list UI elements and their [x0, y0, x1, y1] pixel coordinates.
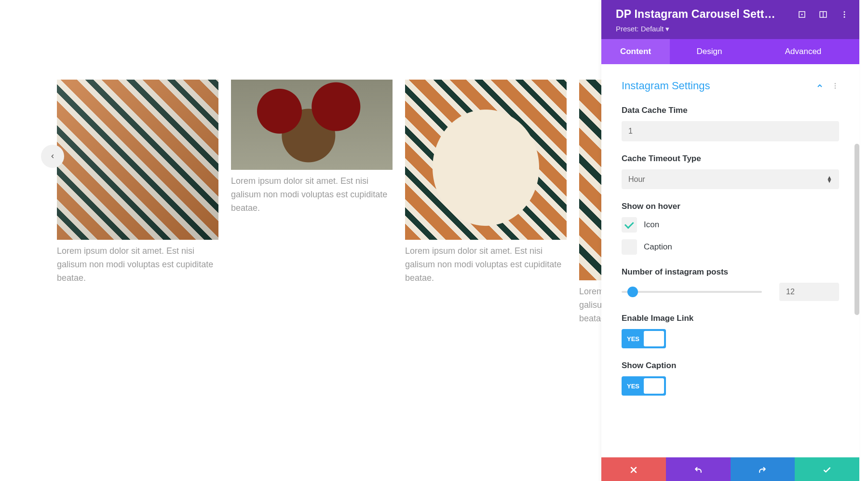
redo-icon [758, 465, 767, 475]
field-show-on-hover: Show on hover Icon Caption [622, 202, 839, 255]
svg-point-5 [844, 14, 845, 15]
svg-point-1 [801, 14, 803, 15]
panel-title: DP Instagram Carousel Sett… [616, 8, 775, 21]
svg-point-6 [844, 16, 845, 17]
caret-down-icon: ▾ [665, 25, 669, 33]
svg-point-9 [835, 87, 836, 89]
cache-timeout-type-select[interactable]: Hour [622, 169, 839, 189]
checkbox-caption-hover[interactable] [622, 239, 637, 255]
carousel-caption: Lorem ipsum dolor sit amet. Est nisi gal… [57, 245, 218, 285]
panel-footer [601, 457, 859, 481]
field-label: Cache Timeout Type [622, 154, 839, 164]
chevron-left-icon [49, 153, 56, 160]
carousel-item[interactable]: Lorem ipsum dolor sit amet. Est nisi gal… [57, 80, 218, 326]
field-cache-timeout-type: Cache Timeout Type Hour ▲▼ [622, 154, 839, 189]
checkbox-label: Icon [644, 220, 659, 230]
svg-point-7 [835, 83, 836, 84]
carousel-image[interactable] [405, 80, 567, 240]
toggle-state: YES [624, 335, 639, 343]
checkbox-icon-hover[interactable] [622, 217, 637, 233]
tab-content[interactable]: Content [601, 39, 670, 64]
toggle-knob [644, 331, 664, 346]
undo-icon [693, 465, 703, 475]
collapse-icon[interactable] [816, 82, 824, 90]
carousel-item[interactable]: Lorem ipsum dolor sit amet. Est nisi gal… [405, 80, 567, 326]
save-button[interactable] [795, 457, 859, 481]
tab-design[interactable]: Design [670, 39, 749, 64]
layout-icon[interactable] [819, 10, 827, 19]
redo-button[interactable] [731, 457, 795, 481]
scrollbar[interactable] [854, 144, 859, 315]
field-label: Data Cache Time [622, 106, 839, 115]
svg-point-8 [835, 85, 836, 87]
carousel-image[interactable] [57, 80, 218, 240]
check-icon [822, 465, 832, 475]
toggle-knob [644, 378, 664, 394]
carousel-image[interactable] [231, 80, 393, 170]
instagram-carousel: Lorem ipsum dolor sit amet. Est nisi gal… [57, 80, 611, 326]
show-caption-toggle[interactable]: YES [622, 376, 666, 396]
num-posts-slider[interactable] [622, 291, 762, 293]
field-label: Show Caption [622, 361, 839, 371]
settings-panel: DP Instagram Carousel Sett… Preset: Defa… [601, 0, 859, 481]
slider-thumb[interactable] [627, 287, 638, 297]
more-icon[interactable] [840, 10, 849, 19]
field-label: Enable Image Link [622, 314, 839, 323]
section-title: Instagram Settings [622, 80, 710, 92]
carousel-caption: Lorem ipsum dolor sit amet. Est nisi gal… [231, 175, 393, 215]
field-data-cache-time: Data Cache Time [622, 106, 839, 141]
data-cache-time-input[interactable] [622, 121, 839, 141]
carousel-prev-button[interactable] [41, 145, 64, 168]
preset-value: Default [641, 25, 664, 33]
close-icon [629, 465, 638, 475]
panel-body: Instagram Settings Data Cache Time Cache… [601, 64, 859, 457]
expand-icon[interactable] [798, 10, 806, 19]
toggle-state: YES [624, 383, 639, 390]
field-label: Number of instagram posts [622, 267, 839, 277]
num-posts-value[interactable]: 12 [779, 283, 839, 301]
checkbox-label: Caption [644, 242, 672, 252]
preset-label: Preset: [616, 25, 639, 33]
field-label: Show on hover [622, 202, 839, 211]
tab-advanced[interactable]: Advanced [749, 39, 857, 64]
carousel-item[interactable]: Lorem ipsum dolor sit amet. Est nisi gal… [231, 80, 393, 326]
section-header[interactable]: Instagram Settings [622, 80, 839, 92]
undo-button[interactable] [666, 457, 731, 481]
panel-header: DP Instagram Carousel Sett… Preset: Defa… [601, 0, 859, 39]
carousel-caption: Lorem ipsum dolor sit amet. Est nisi gal… [405, 245, 567, 285]
panel-tabs: Content Design Advanced [601, 39, 859, 64]
svg-point-4 [844, 11, 845, 13]
field-enable-image-link: Enable Image Link YES [622, 314, 839, 348]
close-button[interactable] [601, 457, 666, 481]
preset-dropdown[interactable]: Preset: Default ▾ [616, 25, 849, 33]
field-num-posts: Number of instagram posts 12 [622, 267, 839, 301]
builder-canvas: Lorem ipsum dolor sit amet. Est nisi gal… [0, 0, 611, 481]
enable-image-link-toggle[interactable]: YES [622, 329, 666, 348]
field-show-caption: Show Caption YES [622, 361, 839, 396]
section-more-icon[interactable] [831, 82, 839, 90]
